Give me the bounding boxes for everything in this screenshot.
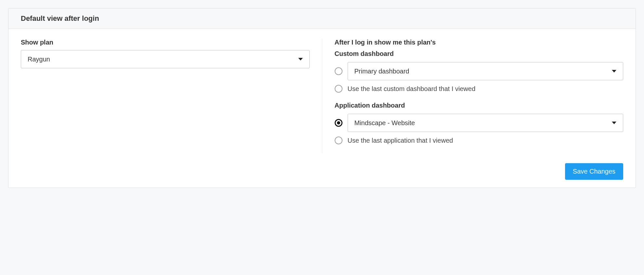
show-plan-select[interactable]: Raygun [21, 50, 310, 68]
show-plan-select-wrap: Raygun [21, 50, 310, 68]
panel-header: Default view after login [8, 8, 636, 29]
application-dashboard-select-row: Mindscape - Website [335, 114, 624, 132]
custom-dashboard-select-wrap: Primary dashboard [348, 62, 624, 80]
show-plan-label: Show plan [21, 39, 310, 46]
column-right: After I log in show me this plan's Custo… [322, 39, 624, 153]
columns: Show plan Raygun After I log in show me … [21, 39, 623, 153]
chevron-down-icon [298, 58, 303, 60]
radio-application-dashboard-select[interactable] [335, 119, 342, 127]
custom-dashboard-section: Custom dashboard Primary dashboard Use t [335, 50, 624, 93]
show-plan-select-value: Raygun [28, 56, 50, 63]
panel-title: Default view after login [21, 14, 623, 23]
application-dashboard-last-label: Use the last application that I viewed [348, 137, 453, 144]
chevron-down-icon [612, 122, 616, 124]
radio-custom-dashboard-select[interactable] [335, 67, 342, 75]
radio-custom-dashboard-last[interactable] [335, 85, 342, 93]
application-dashboard-select-wrap: Mindscape - Website [348, 114, 624, 132]
application-dashboard-select-value: Mindscape - Website [354, 119, 415, 127]
chevron-down-icon [612, 70, 616, 72]
application-dashboard-last-row: Use the last application that I viewed [335, 137, 624, 144]
application-dashboard-select[interactable]: Mindscape - Website [348, 114, 624, 132]
custom-dashboard-last-label: Use the last custom dashboard that I vie… [348, 85, 476, 93]
custom-dashboard-last-row: Use the last custom dashboard that I vie… [335, 85, 624, 93]
application-dashboard-section: Application dashboard Mindscape - Websit… [335, 102, 624, 144]
application-dashboard-label: Application dashboard [335, 102, 624, 109]
custom-dashboard-select-value: Primary dashboard [354, 68, 409, 75]
custom-dashboard-select-row: Primary dashboard [335, 62, 624, 80]
custom-dashboard-label: Custom dashboard [335, 50, 624, 58]
default-view-panel: Default view after login Show plan Raygu… [8, 8, 636, 188]
panel-footer: Save Changes [21, 163, 623, 180]
save-changes-button[interactable]: Save Changes [565, 163, 623, 180]
column-left: Show plan Raygun [21, 39, 322, 153]
panel-body: Show plan Raygun After I log in show me … [8, 29, 636, 188]
after-login-heading: After I log in show me this plan's [335, 39, 624, 46]
custom-dashboard-select[interactable]: Primary dashboard [348, 62, 624, 80]
radio-application-dashboard-last[interactable] [335, 137, 342, 144]
